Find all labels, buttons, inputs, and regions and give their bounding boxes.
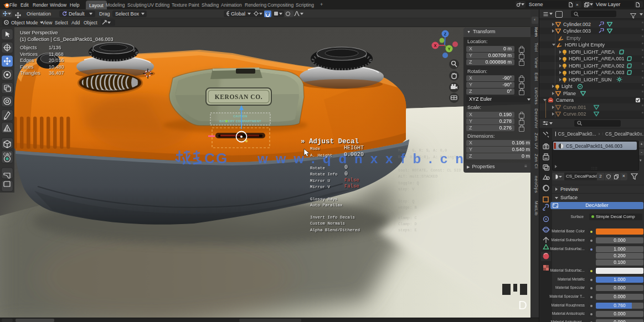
svg-text:steps: E: steps: E — [398, 228, 417, 232]
svg-text:clamp: C: clamp: C — [398, 216, 417, 220]
svg-text:wedge: B: wedge: B — [398, 205, 417, 210]
svg-text:www.qdnxxfb.cn: www.qdnxxfb.cn — [257, 151, 471, 166]
svg-text:G: G — [216, 150, 227, 167]
svg-text:Clamp: D: Clamp: D — [398, 222, 417, 226]
svg-text:C: C — [204, 150, 215, 167]
svg-text:step: V: step: V — [398, 187, 415, 191]
svg-text:Z: Z — [444, 32, 447, 36]
svg-text:KEROSAN CO.: KEROSAN CO. — [215, 94, 262, 100]
svg-text:X: X — [434, 44, 437, 48]
svg-text:Step: Q: Step: Q — [398, 199, 414, 204]
svg-text:toggle: Q: toggle: Q — [398, 181, 419, 185]
svg-text:tool: ROTATE, Const: CL SID: tool: ROTATE, Const: CL SID — [398, 168, 461, 173]
svg-text:Y: Y — [448, 47, 451, 51]
svg-text:ALT: mult:STACKED: ALT: mult:STACKED — [398, 174, 437, 179]
svg-text:D: D — [518, 298, 527, 312]
svg-text:CAUTION: CAUTION — [233, 115, 248, 118]
